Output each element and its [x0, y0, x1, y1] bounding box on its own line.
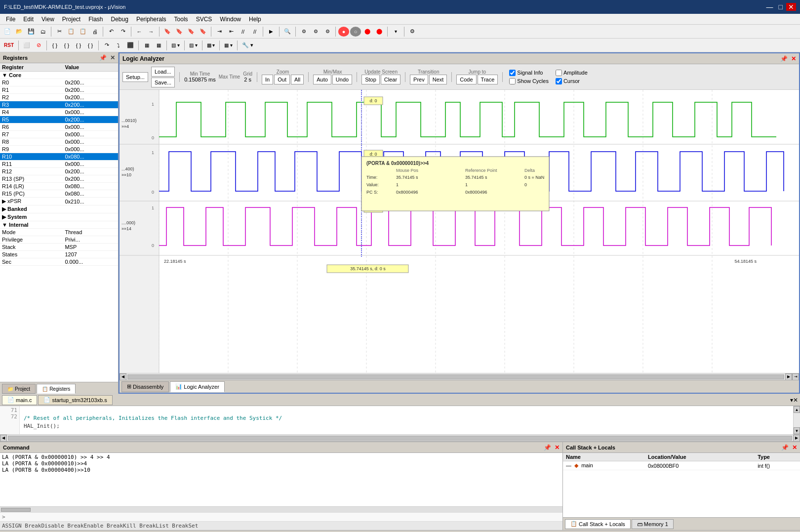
reg-r4-value[interactable]: 0x000...	[63, 109, 118, 116]
tb-open[interactable]: 📂	[14, 26, 25, 37]
tb2-wnd5[interactable]: ▩ ▾	[205, 40, 217, 51]
reg-r15-value[interactable]: 0x080...	[63, 190, 118, 198]
tb-build-target[interactable]: ▶	[266, 26, 277, 37]
scroll-thumb[interactable]	[127, 374, 784, 379]
command-close-icon[interactable]: ✕	[555, 444, 560, 451]
tb2-brk-disable[interactable]: ⊘	[33, 40, 44, 51]
menu-flash[interactable]: Flash	[84, 15, 107, 24]
reg-r11-value[interactable]: 0x000...	[63, 161, 118, 168]
reg-r9-value[interactable]: 0x000...	[63, 146, 118, 153]
tb-print[interactable]: 🖨	[89, 26, 100, 37]
la-load-button[interactable]: Load...	[151, 67, 175, 77]
code-button[interactable]: Code	[456, 75, 476, 84]
waveform-hscrollbar[interactable]: ◀ ▶ ⇥	[120, 373, 799, 380]
command-pin-icon[interactable]: 📌	[544, 444, 551, 451]
tb-new[interactable]: 📄	[2, 26, 13, 37]
code-hscroll-left[interactable]: ◀	[0, 435, 7, 442]
la-pin-icon[interactable]: 📌	[780, 55, 788, 62]
reg-r0-value[interactable]: 0x200...	[63, 79, 118, 86]
reg-r14-value[interactable]: 0x080...	[63, 183, 118, 190]
menu-view[interactable]: View	[38, 15, 58, 24]
code-vscrollbar[interactable]: ▲ ▼	[793, 406, 800, 434]
clear-button[interactable]: Clear	[381, 75, 400, 84]
callstack-pin-icon[interactable]: 📌	[781, 444, 789, 451]
tb-paste[interactable]: 📋	[78, 26, 88, 37]
reg-r12-value[interactable]: 0x200...	[63, 168, 118, 175]
tb-stop[interactable]: ○	[350, 27, 361, 37]
menu-file[interactable]: File	[2, 15, 19, 24]
tb-settings[interactable]: ⚙	[407, 26, 418, 37]
tb-search-icon[interactable]: 🔍	[282, 26, 293, 37]
tb-bookmark3[interactable]: 🔖	[186, 26, 197, 37]
code-editor[interactable]: /* Reset of all peripherals, Initializes…	[20, 406, 793, 434]
tb2-rst[interactable]: RST	[2, 40, 16, 51]
tb2-wnd4[interactable]: ▨ ▾	[187, 40, 200, 51]
menu-peripherals[interactable]: Peripherals	[132, 15, 170, 24]
callstack-main-expand[interactable]: —	[566, 462, 571, 468]
tb-save-all[interactable]: 🗂	[38, 26, 48, 37]
tab-disassembly[interactable]: ⊞ Disassembly	[121, 381, 169, 392]
scroll-left-btn[interactable]: ◀	[120, 373, 126, 380]
waveform-display[interactable]: ...0010) »»4 1 0 d: 0	[120, 90, 799, 373]
code-tab-main[interactable]: 📄 main.c	[2, 395, 37, 405]
reg-r7-value[interactable]: 0x000...	[63, 131, 118, 138]
tb2-wnd2[interactable]: ▦	[153, 40, 164, 51]
command-scrollbar[interactable]	[0, 506, 562, 512]
command-input[interactable]	[7, 514, 560, 520]
tb2-wnd3[interactable]: ▧ ▾	[169, 40, 182, 51]
tb-nav-fwd[interactable]: →	[146, 26, 157, 37]
reg-r13-value[interactable]: 0x200...	[63, 175, 118, 183]
tb2-brace4[interactable]: { }	[85, 40, 96, 51]
reg-group-internal[interactable]: ▼ Internal	[0, 221, 118, 229]
stop-button[interactable]: Stop	[361, 75, 380, 84]
tb2-wnd1[interactable]: ▦	[141, 40, 152, 51]
zoom-out-button[interactable]: Out	[274, 75, 290, 84]
tb-comment[interactable]: //	[238, 26, 248, 37]
tb-indent1[interactable]: ⇥	[214, 26, 225, 37]
tb-bookmark4[interactable]: 🔖	[198, 26, 208, 37]
menu-debug[interactable]: Debug	[107, 15, 132, 24]
code-hscroll-right[interactable]: ▶	[793, 435, 800, 442]
minimize-button[interactable]: —	[764, 3, 775, 11]
scroll-right-btn[interactable]: ▶	[785, 373, 792, 380]
registers-close-icon[interactable]: ✕	[110, 54, 115, 61]
tb2-tools[interactable]: 🔧 ▾	[240, 40, 255, 51]
cursor-check[interactable]: Cursor	[556, 78, 588, 84]
tb2-step-over[interactable]: ↷	[101, 40, 112, 51]
menu-window[interactable]: Window	[216, 15, 245, 24]
tb-bookmark1[interactable]: 🔖	[162, 26, 173, 37]
tb-dbg3[interactable]: ⚙	[322, 26, 333, 37]
cs-tab-memory1[interactable]: 🗃 Memory 1	[632, 519, 674, 529]
menu-edit[interactable]: Edit	[19, 15, 38, 24]
prev-button[interactable]: Prev	[410, 75, 428, 84]
reg-r10-value[interactable]: 0x080...	[63, 153, 118, 161]
code-close-button[interactable]: ✕	[793, 397, 798, 404]
cmd-scroll-thumb[interactable]	[1, 508, 31, 512]
maximize-button[interactable]: □	[776, 3, 784, 11]
tab-project[interactable]: 📁 Project	[2, 384, 36, 394]
code-tab-startup[interactable]: 📄 startup_stm32f103xb.s	[38, 395, 112, 405]
menu-project[interactable]: Project	[58, 15, 84, 24]
menu-svcs[interactable]: SVCS	[192, 15, 216, 24]
code-scroll-up[interactable]: ▲	[794, 406, 800, 413]
tb2-step-into[interactable]: ⤵	[113, 40, 124, 51]
tb2-step1[interactable]: ⬜	[21, 40, 32, 51]
tb-dbg2[interactable]: ⚙	[310, 26, 321, 37]
tab-registers[interactable]: 📋 Registers	[37, 384, 76, 394]
close-button[interactable]: ✕	[786, 3, 796, 11]
tb-nav-back[interactable]: ←	[134, 26, 145, 37]
tb-copy[interactable]: 📋	[66, 26, 77, 37]
next-button[interactable]: Next	[429, 75, 447, 84]
reg-r2-value[interactable]: 0x200...	[63, 94, 118, 101]
callstack-close-icon[interactable]: ✕	[792, 444, 797, 451]
registers-pin-icon[interactable]: 📌	[99, 54, 107, 61]
reg-r1-value[interactable]: 0x200...	[63, 86, 118, 94]
tb-brk1[interactable]: ⬤	[362, 26, 373, 37]
la-close-icon[interactable]: ✕	[791, 55, 796, 62]
tb-redo[interactable]: ↷	[118, 26, 128, 37]
tb-undo[interactable]: ↶	[106, 26, 117, 37]
tab-logic-analyzer[interactable]: 📊 Logic Analyzer	[170, 381, 225, 392]
tb-uncomment[interactable]: //	[249, 26, 260, 37]
tb-save[interactable]: 💾	[26, 26, 37, 37]
reg-group-system[interactable]: ▶ System	[0, 213, 118, 221]
